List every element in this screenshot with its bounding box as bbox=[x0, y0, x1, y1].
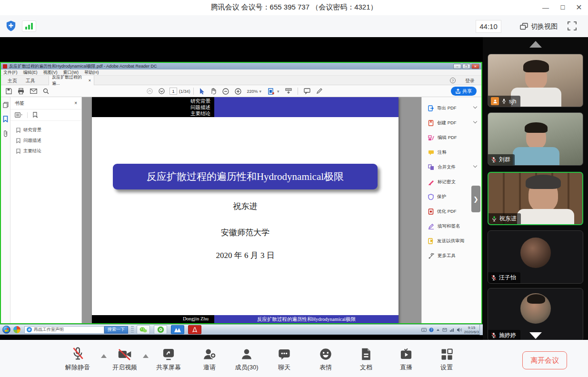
acrobat-share-button[interactable]: 共享 bbox=[451, 87, 477, 96]
scroll-mode-icon[interactable] bbox=[282, 85, 295, 97]
audio-options-caret[interactable] bbox=[101, 354, 107, 358]
acrobat-restore-icon[interactable]: ❐ bbox=[462, 64, 470, 69]
browser-360-taskbar-icon[interactable] bbox=[154, 325, 167, 334]
acrobat-titlebar[interactable]: 反应扩散过程的遍历性和Hydrodynamical极限.pdf - Adobe … bbox=[1, 63, 481, 69]
chevron-down-icon[interactable] bbox=[473, 105, 477, 109]
menu-edit[interactable]: 编辑(E) bbox=[23, 69, 38, 76]
wechat-taskbar-icon[interactable] bbox=[137, 325, 150, 334]
tray-app-icon[interactable]: ? bbox=[429, 327, 434, 332]
docs-button[interactable]: 文档 bbox=[349, 347, 383, 372]
select-tool-icon[interactable] bbox=[197, 85, 208, 97]
page-up-icon[interactable] bbox=[144, 85, 156, 97]
taskbar-clock[interactable]: 9:15 2020/6/3 bbox=[464, 326, 479, 334]
members-button[interactable]: 成员(30) bbox=[229, 347, 264, 372]
scroll-up-icon[interactable] bbox=[529, 41, 542, 48]
tool-combine-files[interactable]: 合并文件 bbox=[422, 160, 481, 175]
emoji-button[interactable]: 表情 bbox=[309, 347, 343, 372]
live-button[interactable]: 直播 bbox=[389, 347, 423, 372]
tool-export-pdf[interactable]: 导出 PDF bbox=[422, 101, 481, 116]
tab-tools[interactable]: 工具 bbox=[26, 78, 35, 84]
scroll-down-icon[interactable] bbox=[529, 332, 542, 339]
hand-tool-icon[interactable] bbox=[208, 85, 219, 97]
participant-video-sjh[interactable]: sjh bbox=[488, 54, 583, 107]
new-bookmark-icon[interactable] bbox=[32, 112, 38, 118]
acrobat-minimize-icon[interactable]: – bbox=[453, 64, 461, 69]
email-icon[interactable] bbox=[27, 85, 40, 97]
bookmark-item[interactable]: 主要结论 bbox=[10, 146, 81, 156]
zoom-caret-icon[interactable]: ▾ bbox=[259, 89, 262, 94]
signin-link[interactable]: 登录 bbox=[465, 78, 475, 84]
help-icon[interactable]: ? bbox=[450, 78, 456, 83]
zoom-in-icon[interactable] bbox=[232, 85, 244, 97]
live-label: 直播 bbox=[389, 363, 423, 372]
participant-video-zhudongjin[interactable]: 祝东进 bbox=[488, 172, 583, 225]
taskbar-search-input[interactable]: e 再战工作室声明 bbox=[24, 326, 104, 334]
participant-video-wangziyi[interactable]: 汪子怡 bbox=[488, 230, 583, 284]
volume-tray-icon[interactable] bbox=[457, 327, 462, 332]
bookmark-item[interactable]: 研究背景 bbox=[10, 125, 81, 135]
fit-caret-icon[interactable]: ▾ bbox=[277, 89, 279, 94]
leave-meeting-button[interactable]: 离开会议 bbox=[522, 351, 567, 369]
tool-more-tools[interactable]: 更多工具 bbox=[422, 248, 481, 263]
share-screen-button[interactable]: 共享屏幕 bbox=[151, 347, 186, 372]
tool-edit-pdf[interactable]: 编辑 PDF bbox=[422, 130, 481, 145]
unmute-button[interactable]: 解除静音 bbox=[60, 347, 95, 372]
invite-button[interactable]: 邀请 bbox=[192, 347, 227, 372]
maximize-icon[interactable]: ☐ bbox=[555, 0, 571, 15]
bookmark-item[interactable]: 问题描述 bbox=[10, 135, 81, 146]
tab-document[interactable]: 反应扩散过程的遍... × bbox=[49, 76, 94, 85]
print-icon[interactable] bbox=[15, 85, 27, 97]
zoom-level-label[interactable]: 220% bbox=[247, 89, 258, 94]
network-tray-icon[interactable] bbox=[449, 327, 454, 332]
bookmark-options-icon[interactable] bbox=[15, 112, 22, 118]
tray-expand-icon[interactable] bbox=[436, 328, 440, 331]
close-icon[interactable]: ✕ bbox=[571, 0, 587, 15]
video-options-caret[interactable] bbox=[143, 354, 149, 358]
tab-home[interactable]: 主页 bbox=[8, 78, 17, 84]
tool-fill-sign[interactable]: 填写和签名 bbox=[422, 219, 481, 234]
tool-send-review[interactable]: 发送以供审阅 bbox=[422, 234, 481, 248]
bookmarks-panel-icon[interactable] bbox=[3, 116, 8, 122]
taskbar-search-button[interactable]: 搜索一下 bbox=[104, 326, 128, 334]
chevron-down-icon[interactable] bbox=[473, 164, 477, 168]
start-video-button[interactable]: 开启视频 bbox=[108, 347, 142, 372]
start-button[interactable] bbox=[2, 326, 10, 334]
participant-video-liuqun[interactable]: 刘群 bbox=[488, 112, 583, 166]
search-icon[interactable] bbox=[40, 85, 52, 97]
attachments-icon[interactable] bbox=[3, 130, 8, 137]
switch-view-button[interactable]: 切换视图 bbox=[520, 20, 558, 33]
bookmarks-close-icon[interactable]: × bbox=[74, 100, 77, 106]
app-m-taskbar-icon[interactable] bbox=[171, 325, 184, 334]
expand-panel-button[interactable]: ❯ bbox=[471, 186, 480, 212]
pencil-icon[interactable] bbox=[313, 85, 326, 97]
acrobat-close-icon[interactable]: ✕ bbox=[471, 64, 479, 69]
minimize-icon[interactable]: — bbox=[538, 0, 554, 15]
fullscreen-icon[interactable] bbox=[568, 21, 577, 30]
slide-nav-item: 研究背景 bbox=[92, 98, 210, 104]
host-badge-icon bbox=[491, 97, 499, 105]
chevron-down-icon[interactable] bbox=[473, 119, 477, 123]
acrobat-taskbar-icon[interactable] bbox=[188, 325, 201, 334]
show-desktop-button[interactable] bbox=[479, 325, 483, 335]
taskbar-app-icon[interactable] bbox=[13, 326, 20, 333]
page-thumbnails-icon[interactable] bbox=[3, 102, 9, 108]
settings-button[interactable]: 设置 bbox=[429, 347, 464, 372]
bookmark-label: 主要结论 bbox=[23, 148, 41, 154]
comment-icon[interactable] bbox=[301, 85, 313, 97]
save-icon[interactable] bbox=[3, 85, 15, 97]
tab-close-icon[interactable]: × bbox=[89, 78, 91, 83]
tool-create-pdf[interactable]: 创建 PDF bbox=[422, 116, 481, 130]
keyboard-tray-icon[interactable] bbox=[421, 328, 427, 332]
fit-page-icon[interactable] bbox=[265, 85, 277, 97]
zoom-out-icon[interactable] bbox=[219, 85, 232, 97]
action-center-icon[interactable] bbox=[442, 327, 447, 332]
signal-strength-icon[interactable] bbox=[22, 20, 36, 32]
page-number-input[interactable] bbox=[169, 88, 177, 95]
chat-button[interactable]: 聊天 bbox=[267, 347, 301, 372]
slide-nav-item: 主要结论 bbox=[92, 110, 210, 117]
menu-file[interactable]: 文件(F) bbox=[3, 69, 18, 76]
tool-comment[interactable]: 注释 bbox=[422, 145, 481, 160]
layout-icon bbox=[520, 23, 528, 30]
page-down-icon[interactable] bbox=[156, 85, 168, 97]
network-security-icon[interactable] bbox=[6, 20, 16, 32]
